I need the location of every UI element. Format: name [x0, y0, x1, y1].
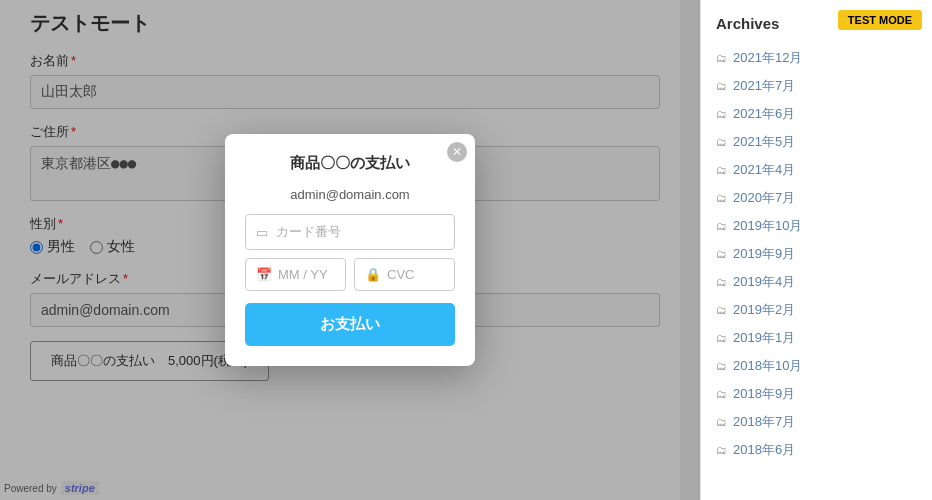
- archive-item-label: 2021年5月: [733, 133, 795, 151]
- archive-item-label: 2019年9月: [733, 245, 795, 263]
- cvc-placeholder: CVC: [387, 267, 414, 282]
- modal-email: admin@domain.com: [245, 187, 455, 202]
- archive-folder-icon: 🗂: [716, 416, 727, 428]
- archive-folder-icon: 🗂: [716, 304, 727, 316]
- archive-folder-icon: 🗂: [716, 388, 727, 400]
- archive-folder-icon: 🗂: [716, 220, 727, 232]
- archive-folder-icon: 🗂: [716, 108, 727, 120]
- archive-item[interactable]: 🗂2021年7月: [716, 72, 917, 100]
- archive-item-label: 2021年7月: [733, 77, 795, 95]
- archive-item[interactable]: 🗂2018年9月: [716, 380, 917, 408]
- card-number-placeholder: カード番号: [276, 223, 341, 241]
- archive-item-label: 2018年9月: [733, 385, 795, 403]
- archive-item-label: 2020年7月: [733, 189, 795, 207]
- archive-folder-icon: 🗂: [716, 276, 727, 288]
- archive-item[interactable]: 🗂2021年12月: [716, 44, 917, 72]
- archive-list: 🗂2021年12月🗂2021年7月🗂2021年6月🗂2021年5月🗂2021年4…: [716, 44, 917, 464]
- archive-item[interactable]: 🗂2019年10月: [716, 212, 917, 240]
- test-mode-badge: TEST MODE: [838, 10, 922, 30]
- archive-item-label: 2019年2月: [733, 301, 795, 319]
- lock-icon: 🔒: [365, 267, 381, 282]
- archive-item-label: 2021年4月: [733, 161, 795, 179]
- archive-item-label: 2018年10月: [733, 357, 802, 375]
- archive-item-label: 2019年4月: [733, 273, 795, 291]
- modal-close-button[interactable]: ✕: [447, 142, 467, 162]
- archive-item[interactable]: 🗂2019年9月: [716, 240, 917, 268]
- card-number-field[interactable]: ▭ カード番号: [245, 214, 455, 250]
- archive-folder-icon: 🗂: [716, 136, 727, 148]
- calendar-icon: 📅: [256, 267, 272, 282]
- archive-item[interactable]: 🗂2021年6月: [716, 100, 917, 128]
- archive-item-label: 2021年12月: [733, 49, 802, 67]
- archive-item[interactable]: 🗂2021年5月: [716, 128, 917, 156]
- payment-modal: ✕ 商品〇〇の支払い admin@domain.com ▭ カード番号 📅 MM…: [225, 134, 475, 366]
- expiry-placeholder: MM / YY: [278, 267, 328, 282]
- archive-item[interactable]: 🗂2020年7月: [716, 184, 917, 212]
- archive-folder-icon: 🗂: [716, 164, 727, 176]
- modal-overlay: ✕ 商品〇〇の支払い admin@domain.com ▭ カード番号 📅 MM…: [0, 0, 700, 500]
- archive-item[interactable]: 🗂2018年6月: [716, 436, 917, 464]
- archive-folder-icon: 🗂: [716, 248, 727, 260]
- archive-folder-icon: 🗂: [716, 192, 727, 204]
- modal-title: 商品〇〇の支払い: [245, 154, 455, 173]
- archive-folder-icon: 🗂: [716, 444, 727, 456]
- pay-button[interactable]: お支払い: [245, 303, 455, 346]
- archive-folder-icon: 🗂: [716, 80, 727, 92]
- archive-item[interactable]: 🗂2019年2月: [716, 296, 917, 324]
- archive-item[interactable]: 🗂2019年4月: [716, 268, 917, 296]
- card-icon: ▭: [256, 225, 268, 240]
- archive-folder-icon: 🗂: [716, 52, 727, 64]
- cvc-field[interactable]: 🔒 CVC: [354, 258, 455, 291]
- archive-item-label: 2021年6月: [733, 105, 795, 123]
- archive-item-label: 2019年1月: [733, 329, 795, 347]
- sidebar: Archives 🗂2021年12月🗂2021年7月🗂2021年6月🗂2021年…: [700, 0, 932, 500]
- archive-item[interactable]: 🗂2018年10月: [716, 352, 917, 380]
- expiry-field[interactable]: 📅 MM / YY: [245, 258, 346, 291]
- archive-item[interactable]: 🗂2021年4月: [716, 156, 917, 184]
- archive-folder-icon: 🗂: [716, 360, 727, 372]
- archive-folder-icon: 🗂: [716, 332, 727, 344]
- archive-item-label: 2018年6月: [733, 441, 795, 459]
- archive-item[interactable]: 🗂2019年1月: [716, 324, 917, 352]
- archive-item-label: 2018年7月: [733, 413, 795, 431]
- archive-item[interactable]: 🗂2018年7月: [716, 408, 917, 436]
- archive-item-label: 2019年10月: [733, 217, 802, 235]
- card-details-row: 📅 MM / YY 🔒 CVC: [245, 258, 455, 291]
